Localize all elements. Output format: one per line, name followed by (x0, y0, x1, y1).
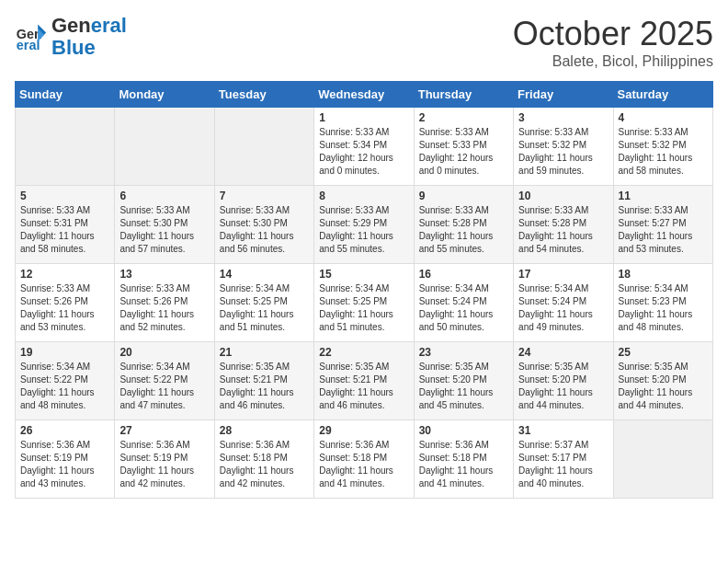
day-header-friday: Friday (514, 82, 613, 108)
day-info: Sunrise: 5:34 AM Sunset: 5:22 PM Dayligh… (119, 361, 209, 412)
calendar-cell: 1Sunrise: 5:33 AM Sunset: 5:34 PM Daylig… (314, 108, 414, 186)
calendar-cell: 7Sunrise: 5:33 AM Sunset: 5:30 PM Daylig… (214, 186, 313, 264)
calendar-cell: 31Sunrise: 5:37 AM Sunset: 5:17 PM Dayli… (514, 420, 613, 499)
calendar-cell: 12Sunrise: 5:33 AM Sunset: 5:26 PM Dayli… (16, 264, 115, 342)
day-header-wednesday: Wednesday (314, 82, 414, 108)
day-number: 5 (20, 190, 109, 202)
calendar-cell (16, 108, 115, 186)
day-number: 15 (319, 268, 408, 281)
day-info: Sunrise: 5:37 AM Sunset: 5:17 PM Dayligh… (518, 439, 608, 490)
day-header-thursday: Thursday (414, 82, 513, 108)
day-number: 16 (419, 268, 508, 281)
day-number: 7 (220, 190, 309, 202)
day-number: 19 (20, 346, 109, 359)
day-number: 11 (619, 190, 708, 202)
calendar-cell: 10Sunrise: 5:33 AM Sunset: 5:28 PM Dayli… (514, 186, 613, 264)
day-number: 28 (220, 424, 309, 437)
calendar-cell: 23Sunrise: 5:35 AM Sunset: 5:20 PM Dayli… (414, 342, 513, 420)
day-info: Sunrise: 5:33 AM Sunset: 5:28 PM Dayligh… (419, 204, 508, 256)
page-header: Gen eral General Blue October 2025 Balet… (15, 15, 713, 70)
day-info: Sunrise: 5:33 AM Sunset: 5:32 PM Dayligh… (518, 126, 608, 178)
day-number: 23 (419, 346, 508, 359)
day-info: Sunrise: 5:33 AM Sunset: 5:29 PM Dayligh… (319, 204, 408, 256)
day-number: 22 (319, 346, 408, 359)
day-number: 12 (20, 268, 109, 281)
day-info: Sunrise: 5:33 AM Sunset: 5:28 PM Dayligh… (518, 204, 608, 256)
day-info: Sunrise: 5:36 AM Sunset: 5:18 PM Dayligh… (419, 439, 508, 490)
calendar-cell: 25Sunrise: 5:35 AM Sunset: 5:20 PM Dayli… (613, 342, 712, 420)
day-info: Sunrise: 5:34 AM Sunset: 5:22 PM Dayligh… (20, 361, 109, 412)
day-number: 27 (119, 424, 209, 437)
calendar-cell: 2Sunrise: 5:33 AM Sunset: 5:33 PM Daylig… (414, 108, 513, 186)
logo-text: General Blue (51, 15, 127, 59)
day-number: 20 (119, 346, 209, 359)
day-info: Sunrise: 5:35 AM Sunset: 5:20 PM Dayligh… (619, 361, 708, 412)
day-info: Sunrise: 5:35 AM Sunset: 5:21 PM Dayligh… (319, 361, 408, 412)
calendar-week-row: 19Sunrise: 5:34 AM Sunset: 5:22 PM Dayli… (16, 342, 713, 420)
day-number: 14 (220, 268, 309, 281)
month-title: October 2025 (513, 15, 713, 53)
day-number: 9 (419, 190, 508, 202)
day-info: Sunrise: 5:36 AM Sunset: 5:18 PM Dayligh… (319, 439, 408, 490)
logo-icon: Gen eral (15, 20, 48, 53)
calendar-table: SundayMondayTuesdayWednesdayThursdayFrid… (15, 81, 713, 499)
day-info: Sunrise: 5:36 AM Sunset: 5:19 PM Dayligh… (20, 439, 109, 490)
svg-text:eral: eral (17, 39, 40, 53)
calendar-header-row: SundayMondayTuesdayWednesdayThursdayFrid… (16, 82, 713, 108)
calendar-cell: 29Sunrise: 5:36 AM Sunset: 5:18 PM Dayli… (314, 420, 414, 499)
calendar-cell: 21Sunrise: 5:35 AM Sunset: 5:21 PM Dayli… (214, 342, 313, 420)
day-info: Sunrise: 5:33 AM Sunset: 5:33 PM Dayligh… (419, 126, 508, 178)
day-info: Sunrise: 5:34 AM Sunset: 5:24 PM Dayligh… (419, 282, 508, 334)
calendar-cell: 27Sunrise: 5:36 AM Sunset: 5:19 PM Dayli… (115, 420, 214, 499)
calendar-cell: 11Sunrise: 5:33 AM Sunset: 5:27 PM Dayli… (613, 186, 712, 264)
day-number: 18 (619, 268, 708, 281)
day-info: Sunrise: 5:33 AM Sunset: 5:31 PM Dayligh… (20, 204, 109, 256)
day-number: 17 (518, 268, 608, 281)
day-number: 8 (319, 190, 408, 202)
calendar-week-row: 5Sunrise: 5:33 AM Sunset: 5:31 PM Daylig… (16, 186, 713, 264)
day-number: 30 (419, 424, 508, 437)
day-number: 10 (518, 190, 608, 202)
day-info: Sunrise: 5:34 AM Sunset: 5:25 PM Dayligh… (220, 282, 309, 334)
day-info: Sunrise: 5:34 AM Sunset: 5:23 PM Dayligh… (619, 282, 708, 334)
calendar-cell: 8Sunrise: 5:33 AM Sunset: 5:29 PM Daylig… (314, 186, 414, 264)
calendar-cell: 26Sunrise: 5:36 AM Sunset: 5:19 PM Dayli… (16, 420, 115, 499)
calendar-cell: 4Sunrise: 5:33 AM Sunset: 5:32 PM Daylig… (613, 108, 712, 186)
day-info: Sunrise: 5:33 AM Sunset: 5:30 PM Dayligh… (119, 204, 209, 256)
title-block: October 2025 Balete, Bicol, Philippines (513, 15, 713, 70)
day-info: Sunrise: 5:33 AM Sunset: 5:26 PM Dayligh… (119, 282, 209, 334)
calendar-cell: 19Sunrise: 5:34 AM Sunset: 5:22 PM Dayli… (16, 342, 115, 420)
calendar-cell (214, 108, 313, 186)
day-info: Sunrise: 5:34 AM Sunset: 5:24 PM Dayligh… (518, 282, 608, 334)
day-info: Sunrise: 5:35 AM Sunset: 5:20 PM Dayligh… (419, 361, 508, 412)
day-header-monday: Monday (115, 82, 214, 108)
day-info: Sunrise: 5:35 AM Sunset: 5:21 PM Dayligh… (220, 361, 309, 412)
day-number: 3 (518, 111, 608, 124)
calendar-cell: 20Sunrise: 5:34 AM Sunset: 5:22 PM Dayli… (115, 342, 214, 420)
calendar-cell: 6Sunrise: 5:33 AM Sunset: 5:30 PM Daylig… (115, 186, 214, 264)
calendar-cell: 22Sunrise: 5:35 AM Sunset: 5:21 PM Dayli… (314, 342, 414, 420)
day-info: Sunrise: 5:36 AM Sunset: 5:18 PM Dayligh… (220, 439, 309, 490)
calendar-cell: 13Sunrise: 5:33 AM Sunset: 5:26 PM Dayli… (115, 264, 214, 342)
calendar-week-row: 12Sunrise: 5:33 AM Sunset: 5:26 PM Dayli… (16, 264, 713, 342)
day-info: Sunrise: 5:36 AM Sunset: 5:19 PM Dayligh… (119, 439, 209, 490)
day-info: Sunrise: 5:33 AM Sunset: 5:26 PM Dayligh… (20, 282, 109, 334)
day-number: 4 (619, 111, 708, 124)
day-number: 13 (119, 268, 209, 281)
day-number: 31 (518, 424, 608, 437)
calendar-cell: 15Sunrise: 5:34 AM Sunset: 5:25 PM Dayli… (314, 264, 414, 342)
day-header-sunday: Sunday (16, 82, 115, 108)
calendar-week-row: 1Sunrise: 5:33 AM Sunset: 5:34 PM Daylig… (16, 108, 713, 186)
calendar-cell (115, 108, 214, 186)
calendar-cell (613, 420, 712, 499)
day-number: 25 (619, 346, 708, 359)
calendar-cell: 16Sunrise: 5:34 AM Sunset: 5:24 PM Dayli… (414, 264, 513, 342)
location: Balete, Bicol, Philippines (513, 53, 713, 70)
day-number: 2 (419, 111, 508, 124)
day-number: 21 (220, 346, 309, 359)
calendar-cell: 24Sunrise: 5:35 AM Sunset: 5:20 PM Dayli… (514, 342, 613, 420)
logo: Gen eral General Blue (15, 15, 127, 59)
calendar-cell: 3Sunrise: 5:33 AM Sunset: 5:32 PM Daylig… (514, 108, 613, 186)
calendar-cell: 28Sunrise: 5:36 AM Sunset: 5:18 PM Dayli… (214, 420, 313, 499)
calendar-cell: 18Sunrise: 5:34 AM Sunset: 5:23 PM Dayli… (613, 264, 712, 342)
